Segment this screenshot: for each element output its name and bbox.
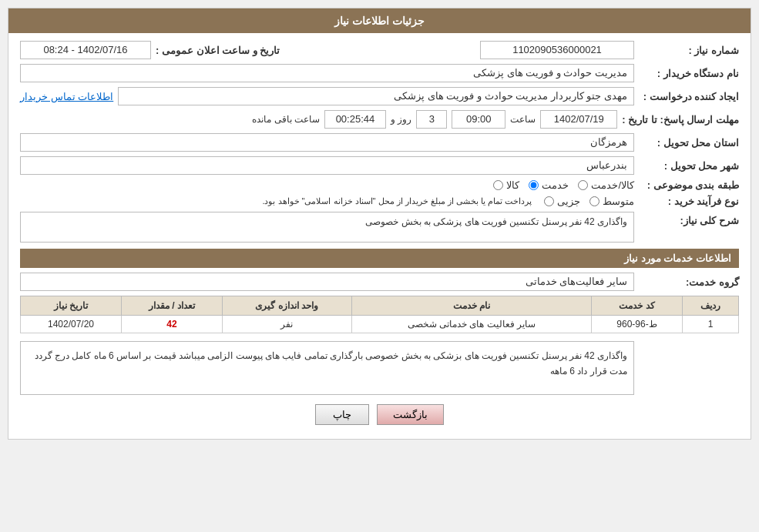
services-section-title: اطلاعات خدمات مورد نیاز xyxy=(20,249,739,268)
back-button[interactable]: بازگشت xyxy=(377,404,444,425)
need-number-value: 1102090536000021 xyxy=(480,41,634,59)
send-time-label: ساعت xyxy=(510,114,536,125)
print-button[interactable]: چاپ xyxy=(315,404,369,425)
announce-value: 1402/07/16 - 08:24 xyxy=(20,41,151,59)
cell-qty: 42 xyxy=(121,316,222,333)
buyer-desc-label xyxy=(639,341,739,344)
category-option-kala-khedmat: کالا/خدمت xyxy=(591,179,634,191)
creator-label: ایجاد کننده درخواست : xyxy=(639,91,739,102)
col-header-date: تاریخ نیاز xyxy=(21,296,122,316)
send-days-value: 3 xyxy=(416,110,447,129)
col-header-qty: تعداد / مقدار xyxy=(121,296,222,316)
col-header-code: کد خدمت xyxy=(592,296,683,316)
buyer-name-value: مدیریت حوادث و فوریت های پزشکی xyxy=(20,64,634,82)
send-date-value: 1402/07/19 xyxy=(540,110,617,129)
table-row: 1 ط-96-960 سایر فعالیت های خدماتی شخصی ن… xyxy=(21,316,739,333)
city-label: شهر محل تحویل : xyxy=(639,160,739,172)
buyer-name-label: نام دستگاه خریدار : xyxy=(639,68,739,79)
cell-date: 1402/07/20 xyxy=(21,316,122,333)
purchase-type-options: جزیی متوسط xyxy=(544,196,634,207)
need-number-label: شماره نیاز : xyxy=(639,45,739,56)
col-header-unit: واحد اندازه گیری xyxy=(222,296,351,316)
need-description-value: واگذاری 42 نفر پرسنل تکنسین فوریت های پز… xyxy=(20,212,634,243)
buyer-desc-value: واگذاری 42 نفر پرسنل تکنسین فوریت های بز… xyxy=(20,341,634,395)
province-label: استان محل تحویل : xyxy=(639,137,739,149)
remaining-label: ساعت باقی مانده xyxy=(252,114,320,125)
category-option-kala: کالا xyxy=(506,179,519,191)
cell-code: ط-96-960 xyxy=(592,316,683,333)
services-table: ردیف کد خدمت نام خدمت واحد اندازه گیری ت… xyxy=(20,296,739,333)
send-days-label: روز و xyxy=(391,114,411,125)
purchase-radio-jozi[interactable] xyxy=(544,196,554,206)
announce-label: تاریخ و ساعت اعلان عمومی : xyxy=(156,45,280,56)
need-description-label: شرح کلی نیاز: xyxy=(639,212,739,226)
cell-row: 1 xyxy=(682,316,738,333)
category-radio-kala[interactable] xyxy=(493,180,503,190)
send-date-label: مهلت ارسال پاسخ: تا تاریخ : xyxy=(622,114,739,125)
purchase-radio-motavasset[interactable] xyxy=(589,196,599,206)
city-value: بندرعباس xyxy=(20,156,634,175)
category-radio-kala-khedmat[interactable] xyxy=(578,180,588,190)
cell-name: سایر فعالیت های خدماتی شخصی xyxy=(351,316,592,333)
remaining-value: 00:25:44 xyxy=(324,110,386,129)
purchase-type-jozi: جزیی xyxy=(557,196,580,207)
col-header-name: نام خدمت xyxy=(351,296,592,316)
category-option-khedmat: خدمت xyxy=(542,179,569,191)
col-header-row: ردیف xyxy=(682,296,738,316)
send-time-value: 09:00 xyxy=(452,110,505,129)
creator-value: مهدی جتو کاربردار مدیریت حوادث و فوریت ه… xyxy=(118,87,634,105)
button-row: بازگشت چاپ xyxy=(20,404,739,425)
category-radio-khedmat[interactable] xyxy=(529,180,539,190)
service-group-label: گروه خدمت: xyxy=(639,276,739,288)
category-label: طبقه بندی موضوعی : xyxy=(639,179,739,191)
category-options: کالا خدمت کالا/خدمت xyxy=(493,179,634,191)
purchase-type-motavasset: متوسط xyxy=(603,196,634,207)
cell-unit: نفر xyxy=(222,316,351,333)
purchase-type-label: نوع فرآیند خرید : xyxy=(639,196,739,207)
service-group-value: سایر فعالیت‌های خدماتی xyxy=(20,273,634,291)
panel-title: جزئیات اطلاعات نیاز xyxy=(8,8,751,33)
creator-link[interactable]: اطلاعات تماس خریدار xyxy=(20,91,113,102)
purchase-note: پرداخت تمام یا بخشی از مبلغ خریدار از مح… xyxy=(262,196,532,206)
province-value: هرمزگان xyxy=(20,133,634,152)
